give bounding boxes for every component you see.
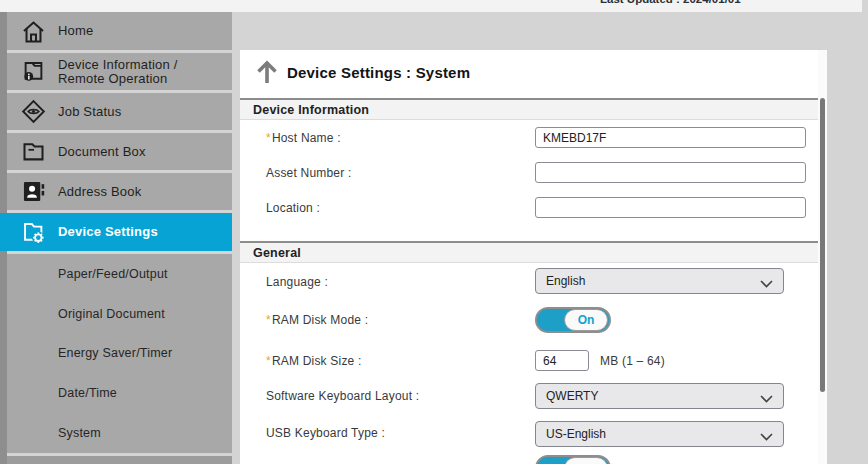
required-mark: * <box>266 354 271 368</box>
sidebar-subitem-label: Original Document <box>58 307 165 321</box>
chevron-down-icon <box>760 430 773 438</box>
sidebar-item-label: Device Information / Remote Operation <box>58 58 178 86</box>
sidebar-item-device-settings[interactable]: Device Settings <box>0 213 232 251</box>
location-input[interactable] <box>535 197 806 218</box>
toggle-state-label: On <box>564 309 608 331</box>
top-bar-cutoff-text: Last Updated : 2024/01/01 00:42:42 <box>600 0 742 7</box>
toggle-state-label <box>564 457 608 464</box>
toggle-on-text: On <box>578 313 595 327</box>
address-book-icon <box>20 178 47 205</box>
asset-number-input[interactable] <box>535 162 806 183</box>
location-label: Location : <box>266 201 320 215</box>
language-select-value: English <box>546 274 760 288</box>
chevron-down-icon <box>760 392 773 400</box>
usb-keyboard-type-label-text: USB Keyboard Type : <box>266 426 385 440</box>
ram-disk-mode-toggle[interactable]: On <box>535 307 611 333</box>
section-header-device-information: Device Information <box>240 98 827 120</box>
sidebar-item-document-box[interactable]: Document Box <box>7 133 232 170</box>
location-label-text: Location : <box>266 201 320 215</box>
usb-keyboard-type-select[interactable]: US-English <box>535 421 784 447</box>
usb-keyboard-type-label: USB Keyboard Type : <box>266 426 385 440</box>
section-header-general: General <box>240 241 827 263</box>
sidebar-subitem-date-time[interactable]: Date/Time <box>7 373 232 413</box>
usb-keyboard-type-select-value: US-English <box>546 427 760 441</box>
top-bar: Last Updated : 2024/01/01 00:42:42 <box>0 0 862 12</box>
ram-disk-size-label: *RAM Disk Size : <box>266 354 362 368</box>
software-keyboard-layout-label-text: Software Keyboard Layout : <box>266 389 419 403</box>
sidebar-item-partial[interactable] <box>7 456 232 464</box>
sidebar-subitem-energy-saver-timer[interactable]: Energy Saver/Timer <box>7 334 232 374</box>
ram-disk-mode-label: *RAM Disk Mode : <box>266 313 368 327</box>
ram-disk-size-input[interactable] <box>535 350 589 371</box>
required-mark: * <box>266 313 271 327</box>
content-scrollbar-thumb[interactable] <box>820 98 825 392</box>
partial-toggle-cutoff[interactable] <box>535 455 611 464</box>
device-settings-submenu: Paper/Feed/Output Original Document Ener… <box>7 254 232 453</box>
main-panel: Device Settings : System Device Informat… <box>240 50 827 464</box>
asset-number-label-text: Asset Number : <box>266 166 352 180</box>
sidebar-item-label: Home <box>58 24 93 38</box>
sidebar-item-job-status[interactable]: Job Status <box>7 93 232 130</box>
sidebar-subitem-system[interactable]: System <box>7 413 232 453</box>
document-box-icon <box>20 138 47 165</box>
sidebar-item-label: Address Book <box>58 185 141 199</box>
asset-number-label: Asset Number : <box>266 166 352 180</box>
chevron-down-icon <box>760 277 773 285</box>
sidebar-subitem-paper-feed-output[interactable]: Paper/Feed/Output <box>7 254 232 294</box>
device-settings-icon <box>20 219 47 246</box>
sidebar: Home Device Information / Remote Operati… <box>0 12 232 464</box>
page-title: Device Settings : System <box>287 64 470 81</box>
sidebar-subitem-label: System <box>58 426 101 440</box>
sidebar-item-label-line2: Remote Operation <box>58 71 167 86</box>
sidebar-item-label-line1: Device Information / <box>58 57 178 72</box>
sidebar-item-home[interactable]: Home <box>7 12 232 50</box>
ram-disk-size-range-text: MB (1 – 64) <box>600 354 665 368</box>
ram-disk-mode-label-text: RAM Disk Mode : <box>272 313 368 327</box>
required-mark: * <box>266 131 271 145</box>
sidebar-item-address-book[interactable]: Address Book <box>7 173 232 210</box>
ram-disk-size-label-text: RAM Disk Size : <box>272 354 362 368</box>
section-heading-text: Device Information <box>253 103 369 117</box>
sidebar-subitem-label: Paper/Feed/Output <box>58 267 168 281</box>
software-keyboard-layout-label: Software Keyboard Layout : <box>266 389 419 403</box>
home-icon <box>20 18 47 45</box>
host-name-input[interactable] <box>535 127 806 148</box>
device-information-icon <box>20 58 47 85</box>
software-keyboard-layout-select[interactable]: QWERTY <box>535 383 784 409</box>
job-status-icon <box>20 98 47 125</box>
page-title-row: Device Settings : System <box>240 50 827 98</box>
software-keyboard-layout-select-value: QWERTY <box>546 389 760 403</box>
section-heading-text: General <box>253 246 301 260</box>
sidebar-item-label: Device Settings <box>58 225 158 239</box>
language-select[interactable]: English <box>535 268 784 294</box>
sidebar-item-label: Job Status <box>58 105 121 119</box>
back-up-arrow-icon[interactable] <box>253 58 281 86</box>
language-label-text: Language : <box>266 275 328 289</box>
host-name-label-text: Host Name : <box>272 131 341 145</box>
host-name-label: *Host Name : <box>266 131 341 145</box>
sidebar-subitem-label: Energy Saver/Timer <box>58 346 172 360</box>
sidebar-item-label: Document Box <box>58 145 146 159</box>
sidebar-subitem-label: Date/Time <box>58 386 117 400</box>
sidebar-item-device-information[interactable]: Device Information / Remote Operation <box>7 53 232 90</box>
language-label: Language : <box>266 275 328 289</box>
sidebar-subitem-original-document[interactable]: Original Document <box>7 294 232 334</box>
